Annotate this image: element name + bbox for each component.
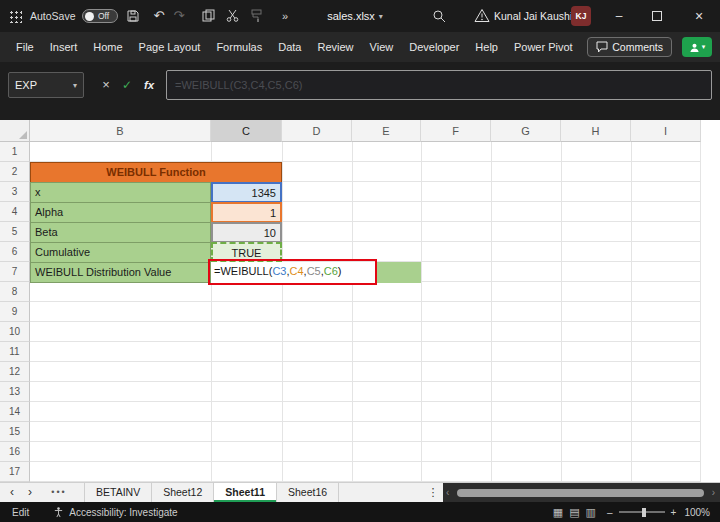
- maximize-button[interactable]: [640, 0, 674, 32]
- formula-input[interactable]: =WEIBULL(C3,C4,C5,C6): [166, 70, 712, 100]
- document-title[interactable]: sales.xlsx ▾: [305, 0, 405, 32]
- autosave-toggle[interactable]: Off: [82, 9, 118, 23]
- name-box[interactable]: EXP ▾: [8, 72, 84, 98]
- row-header-16[interactable]: 16: [0, 442, 30, 462]
- cell-B3-label[interactable]: x: [30, 182, 211, 203]
- copy-icon[interactable]: [202, 9, 216, 23]
- column-header-B[interactable]: B: [30, 120, 211, 142]
- zoom-level[interactable]: 100%: [684, 507, 710, 518]
- ribbon-tab-file[interactable]: File: [8, 32, 42, 62]
- row-header-15[interactable]: 15: [0, 422, 30, 442]
- toggle-knob: [85, 12, 94, 21]
- gridline-vertical: [352, 142, 353, 482]
- zoom-slider-thumb[interactable]: [642, 508, 646, 517]
- normal-view-icon[interactable]: ▦: [553, 502, 563, 522]
- enter-button[interactable]: ✓: [117, 72, 137, 98]
- prev-sheet-arrow[interactable]: ‹: [4, 483, 20, 502]
- ribbon-tab-formulas[interactable]: Formulas: [208, 32, 270, 62]
- row-header-12[interactable]: 12: [0, 362, 30, 382]
- undo-icon[interactable]: ↶: [150, 0, 168, 32]
- page-layout-view-icon[interactable]: ▤: [569, 502, 579, 522]
- column-header-H[interactable]: H: [561, 120, 631, 142]
- zoom-in-button[interactable]: +: [671, 507, 677, 518]
- column-header-F[interactable]: F: [421, 120, 491, 142]
- row-header-9[interactable]: 9: [0, 302, 30, 322]
- next-sheet-arrow[interactable]: ›: [22, 483, 38, 502]
- row-header-6[interactable]: 6: [0, 242, 30, 262]
- ribbon-tab-page-layout[interactable]: Page Layout: [131, 32, 209, 62]
- save-icon[interactable]: [126, 9, 140, 23]
- ribbon-tab-power-pivot[interactable]: Power Pivot: [506, 32, 581, 62]
- zoom-slider[interactable]: [619, 511, 665, 513]
- warning-icon[interactable]: [474, 8, 488, 22]
- select-all-corner[interactable]: [0, 120, 30, 142]
- cell-B7-label[interactable]: WEIBULL Distribution Value: [30, 262, 211, 283]
- row-header-14[interactable]: 14: [0, 402, 30, 422]
- cell-B6-label[interactable]: Cumulative: [30, 242, 211, 263]
- mode-indicator: Edit: [12, 507, 29, 518]
- sheet-tab-sheet11-active[interactable]: Sheet11: [214, 483, 277, 502]
- app-launcher-icon[interactable]: [9, 10, 22, 23]
- sheet-overflow-dots[interactable]: •••: [44, 483, 74, 502]
- cell-B2-title[interactable]: WEIBULL Function: [30, 162, 282, 183]
- zoom-out-button[interactable]: –: [607, 507, 613, 518]
- insert-function-button[interactable]: fx: [139, 72, 159, 98]
- cell-C3-value[interactable]: 1345: [211, 182, 282, 203]
- format-painter-icon[interactable]: [250, 9, 264, 23]
- column-header-I[interactable]: I: [631, 120, 701, 142]
- row-header-2[interactable]: 2: [0, 162, 30, 182]
- minimize-button[interactable]: –: [602, 0, 636, 32]
- gridline-vertical: [700, 142, 701, 482]
- column-header-E[interactable]: E: [352, 120, 421, 142]
- sheet-more-icon[interactable]: ⋮: [424, 483, 442, 502]
- row-header-17[interactable]: 17: [0, 462, 30, 482]
- row-header-5[interactable]: 5: [0, 222, 30, 242]
- comments-button[interactable]: Comments: [587, 37, 672, 57]
- ribbon-tab-bar: File Insert Home Page Layout Formulas Da…: [0, 32, 720, 62]
- more-commands-icon[interactable]: »: [276, 0, 294, 32]
- cell-C5-value[interactable]: 10: [211, 222, 282, 243]
- cut-icon[interactable]: [226, 9, 240, 23]
- cancel-button[interactable]: ×: [96, 72, 116, 98]
- cell-B4-label[interactable]: Alpha: [30, 202, 211, 223]
- column-header-D[interactable]: D: [282, 120, 352, 142]
- ribbon-tab-home[interactable]: Home: [85, 32, 130, 62]
- ribbon-tab-review[interactable]: Review: [309, 32, 361, 62]
- close-button[interactable]: ×: [678, 0, 720, 32]
- ribbon-tab-help[interactable]: Help: [467, 32, 506, 62]
- ribbon-tab-view[interactable]: View: [362, 32, 402, 62]
- share-button[interactable]: ▾: [682, 37, 712, 57]
- avatar[interactable]: KJ: [571, 6, 591, 26]
- row-header-4[interactable]: 4: [0, 202, 30, 222]
- row-header-8[interactable]: 8: [0, 282, 30, 302]
- search-icon[interactable]: [432, 9, 446, 23]
- column-header-C[interactable]: C: [211, 120, 282, 142]
- horizontal-scrollbar-thumb[interactable]: [457, 489, 704, 497]
- redo-icon[interactable]: ↷: [170, 0, 188, 32]
- sheet-tab-bar: ‹ › ••• BETAINV Sheet12 Sheet11 Sheet16 …: [0, 482, 720, 502]
- row-header-10[interactable]: 10: [0, 322, 30, 342]
- row-header-7[interactable]: 7: [0, 262, 30, 282]
- formula-bar: EXP ▾ × ✓ fx =WEIBULL(C3,C4,C5,C6): [0, 62, 720, 120]
- sheet-tab-sheet16[interactable]: Sheet16: [277, 483, 339, 502]
- column-header-G[interactable]: G: [491, 120, 561, 142]
- ribbon-tab-developer[interactable]: Developer: [401, 32, 467, 62]
- row-header-13[interactable]: 13: [0, 382, 30, 402]
- cell-B5-label[interactable]: Beta: [30, 222, 211, 243]
- ribbon-tab-insert[interactable]: Insert: [42, 32, 86, 62]
- sheet-tab-sheet12[interactable]: Sheet12: [152, 483, 214, 502]
- cell-E7-highlight[interactable]: [377, 262, 421, 283]
- row-header-11[interactable]: 11: [0, 342, 30, 362]
- row-headers: 1 2 3 4 5 6 7 8 9 10 11 12 13 14 15 16 1…: [0, 142, 30, 482]
- ribbon-tab-data[interactable]: Data: [270, 32, 309, 62]
- page-break-view-icon[interactable]: ▥: [586, 502, 596, 522]
- row-header-3[interactable]: 3: [0, 182, 30, 202]
- user-name[interactable]: Kunal Jai Kaushik: [494, 0, 577, 32]
- scroll-left-arrow[interactable]: ‹: [446, 483, 449, 503]
- scroll-right-arrow[interactable]: ›: [712, 483, 715, 503]
- sheet-tab-betainv[interactable]: BETAINV: [84, 483, 152, 502]
- row-header-1[interactable]: 1: [0, 142, 30, 162]
- cell-C4-value[interactable]: 1: [211, 202, 282, 223]
- accessibility-status[interactable]: Accessibility: Investigate: [69, 507, 177, 518]
- horizontal-scrollbar[interactable]: ‹ ›: [443, 483, 720, 502]
